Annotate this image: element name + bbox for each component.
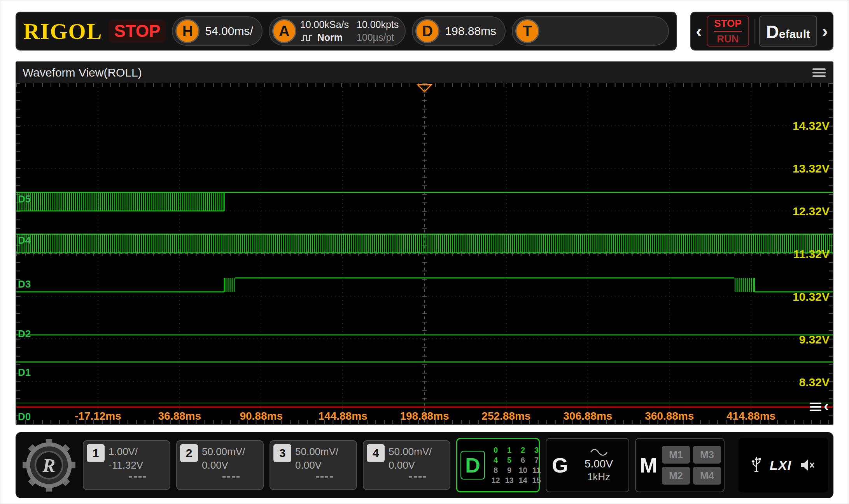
- menu-icon[interactable]: [812, 66, 826, 79]
- digital-bit: 15: [530, 476, 543, 485]
- math-m3-button[interactable]: M3: [693, 446, 721, 464]
- default-button[interactable]: Default: [759, 16, 817, 47]
- channel-2-scale: 50.00mV/: [202, 446, 260, 458]
- digital-bit: 5: [502, 456, 516, 465]
- channel-1-number: 1: [87, 444, 105, 462]
- run-stop-button[interactable]: STOP RUN: [707, 16, 749, 47]
- channel-3-number: 3: [273, 444, 291, 462]
- time-label: 90.88ms: [240, 410, 283, 422]
- channel-label-d0: D0: [18, 411, 31, 423]
- usb-icon: [751, 456, 762, 474]
- digital-bit: 4: [489, 456, 502, 465]
- svg-text:R: R: [42, 455, 56, 476]
- time-label: 306.88ms: [563, 410, 612, 422]
- acquire-knob-icon[interactable]: A: [272, 19, 296, 43]
- coupling-dashes-icon: [316, 476, 333, 478]
- channel-1-scale: 1.00V/: [109, 446, 166, 458]
- rigol-logo: RIGOL: [23, 18, 102, 44]
- trigger-knob-icon[interactable]: T: [515, 19, 539, 43]
- digital-bit: 8: [489, 466, 502, 475]
- channel-label-d5: D5: [18, 193, 31, 205]
- coupling-dashes-icon: [222, 476, 240, 478]
- channel-2-number: 2: [180, 444, 198, 462]
- collapse-results-icon[interactable]: ‹: [810, 400, 829, 413]
- acquire-mode-value: Norm: [317, 32, 343, 43]
- top-right-toolbar: ‹ STOP RUN Default ›: [690, 12, 833, 51]
- waveform-plot-area[interactable]: D5 D4 D3 D2 D1 D0 14.32V 13.32V 12.32V 1…: [16, 83, 833, 424]
- time-label: 414.88ms: [726, 410, 775, 422]
- acquire-button[interactable]: A 10.00kSa/s Norm 10.00kpts 100µs/pt: [269, 16, 406, 46]
- channel-4-number: 4: [367, 444, 385, 462]
- channel-label-d1: D1: [18, 366, 31, 378]
- digital-bit: 2: [516, 446, 530, 455]
- horizontal-scale-button[interactable]: H 54.00ms/: [172, 16, 262, 46]
- digital-bit: 11: [530, 466, 543, 475]
- prev-page-chevron-icon[interactable]: ‹: [696, 22, 702, 40]
- voltage-label: 8.32V: [799, 376, 830, 389]
- digital-label: D: [460, 451, 485, 480]
- waveform-view-header: Waveform View(ROLL): [16, 62, 833, 83]
- square-wave-icon: [300, 34, 314, 42]
- run-stop-stop-label: STOP: [714, 17, 741, 30]
- digital-bit: 6: [516, 456, 530, 465]
- math-m4-button[interactable]: M4: [693, 467, 721, 485]
- speaker-muted-icon[interactable]: [799, 458, 816, 473]
- delay-knob-icon[interactable]: D: [415, 19, 439, 43]
- time-label: 36.88ms: [158, 410, 201, 422]
- coupling-dashes-icon: [409, 476, 426, 478]
- collapse-bars-icon: [810, 403, 821, 411]
- toolbar-divider: [754, 19, 754, 44]
- channel-4-button[interactable]: 4 50.00mV/ 0.00V: [363, 440, 450, 490]
- voltage-label: 12.32V: [793, 205, 830, 218]
- next-page-chevron-icon[interactable]: ›: [822, 22, 828, 40]
- digital-bit: 13: [502, 476, 516, 485]
- voltage-label: 11.32V: [793, 248, 830, 261]
- io-status-panel: LXI: [739, 438, 828, 492]
- digital-channels-button[interactable]: D 0 1 2 3 4 5 6 7 8 9 10 11 12 13 14 15: [456, 438, 540, 492]
- generator-button[interactable]: G 5.00V 1kHz: [546, 438, 629, 492]
- digital-bit: 12: [489, 476, 502, 485]
- channel-4-offset: 0.00V: [389, 459, 446, 471]
- channel-label-d3: D3: [18, 278, 31, 290]
- channel-2-offset: 0.00V: [202, 459, 260, 471]
- acquire-mode-row: Norm: [300, 32, 349, 43]
- horizontal-knob-icon[interactable]: H: [175, 19, 200, 43]
- trigger-button[interactable]: T: [512, 16, 669, 46]
- rigol-gear-logo-button[interactable]: R: [21, 437, 77, 493]
- time-per-point-value: 100µs/pt: [357, 32, 399, 43]
- channel-3-button[interactable]: 3 50.00mV/ 0.00V: [270, 440, 357, 490]
- run-stop-divider: [714, 31, 742, 32]
- time-label: 144.88ms: [319, 410, 368, 422]
- channel-2-button[interactable]: 2 50.00mV/ 0.00V: [176, 440, 264, 490]
- voltage-label: 14.32V: [793, 119, 830, 133]
- bottom-toolbar: R 1 1.00V/ -11.32V 2 50.00mV/ 0.00V 3 50…: [16, 432, 833, 498]
- digital-bit-grid: 0 1 2 3 4 5 6 7 8 9 10 11 12 13 14 15: [489, 446, 543, 485]
- math-label: M: [640, 453, 657, 477]
- digital-bit: 3: [530, 446, 543, 455]
- acquire-left-column: 10.00kSa/s Norm: [300, 19, 349, 43]
- run-stop-run-label: RUN: [717, 33, 739, 45]
- time-label: 252.88ms: [481, 410, 530, 422]
- math-m1-button[interactable]: M1: [662, 446, 690, 464]
- digital-bit: 9: [502, 466, 516, 475]
- digital-bit: 10: [516, 466, 530, 475]
- math-button[interactable]: M M1 M3 M2 M4: [635, 438, 725, 492]
- digital-bit: 0: [489, 446, 502, 455]
- collapse-chevron-icon: ‹: [824, 399, 829, 413]
- delay-button[interactable]: D 198.88ms: [412, 16, 506, 46]
- lxi-status-label: LXI: [770, 458, 791, 473]
- coupling-dashes-icon: [129, 476, 146, 478]
- channel-1-button[interactable]: 1 1.00V/ -11.32V: [83, 440, 170, 490]
- time-label: 360.88ms: [645, 410, 694, 422]
- voltage-label: 10.32V: [793, 290, 830, 303]
- channel-3-offset: 0.00V: [295, 459, 353, 471]
- channel-label-d2: D2: [18, 328, 31, 340]
- generator-frequency: 1kHz: [587, 471, 610, 483]
- waveform-traces[interactable]: [16, 83, 833, 424]
- channel-4-scale: 50.00mV/: [389, 446, 446, 458]
- top-toolbar: RIGOL STOP H 54.00ms/ A 10.00kSa/s Norm …: [16, 12, 677, 51]
- math-m2-button[interactable]: M2: [662, 467, 690, 485]
- waveform-view-panel: Waveform View(ROLL): [16, 61, 833, 425]
- sample-rate-value: 10.00kSa/s: [300, 19, 349, 30]
- voltage-label: 13.32V: [793, 162, 830, 175]
